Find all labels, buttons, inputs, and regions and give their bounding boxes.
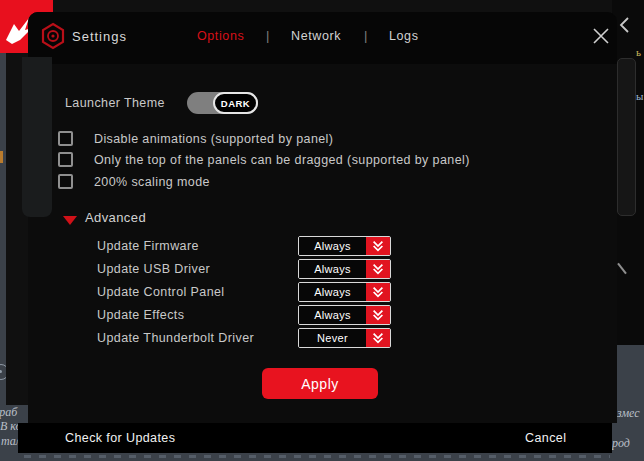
dropdown-value: Always [299,260,366,278]
update-usb-driver-dropdown[interactable]: Always [298,259,391,279]
update-row-label: Update Firmware [97,239,199,253]
update-control-panel-dropdown[interactable]: Always [298,282,391,302]
check-for-updates-button[interactable]: Check for Updates [65,431,175,445]
scrollbar-track[interactable] [617,58,636,216]
settings-dialog: Settings Options | Network | Logs Launch… [28,12,617,423]
bg-text-fragment: змес [617,406,640,421]
tab-separator: | [266,28,269,43]
dropdown-value: Always [299,237,366,255]
update-thunderbolt-driver-dropdown[interactable]: Never [298,328,391,348]
launcher-theme-label: Launcher Theme [65,96,165,110]
tab-network[interactable]: Network [291,29,341,43]
checkbox-label: Only the top of the panels can be dragge… [94,153,470,167]
update-row-label: Update Control Panel [97,285,225,299]
dialog-bottom-bar: Check for Updates Cancel [18,423,612,453]
checkbox-label: 200% scaling mode [94,175,210,189]
update-effects-dropdown[interactable]: Always [298,305,391,325]
tab-separator: | [364,28,367,43]
double-chevron-down-icon [366,283,390,301]
bg-edge-glyph: ы [636,90,643,102]
bg-edge-glyph: ь [636,46,641,58]
advanced-label[interactable]: Advanced [85,210,146,225]
cancel-button[interactable]: Cancel [525,431,566,445]
checkbox-top-drag-only[interactable] [58,152,73,167]
checkbox-200-scaling[interactable] [58,174,73,189]
collapse-left-icon[interactable] [617,15,631,39]
double-chevron-down-icon [366,329,390,347]
bg-orange-marker [0,151,3,163]
theme-toggle-value: DARK [213,92,258,114]
update-row-label: Update USB Driver [97,262,210,276]
tab-logs[interactable]: Logs [389,29,419,43]
dropdown-value: Never [299,329,366,347]
update-row-label: Update Thunderbolt Driver [97,331,254,345]
double-chevron-down-icon [366,306,390,324]
update-firmware-dropdown[interactable]: Always [298,236,391,256]
settings-hexagon-icon [40,22,66,54]
close-icon[interactable] [590,25,614,49]
double-chevron-down-icon [366,237,390,255]
apply-button[interactable]: Apply [262,368,378,399]
checkbox-label: Disable animations (supported by panel) [94,132,333,146]
window-panel-edge [22,57,52,217]
bg-text-fragment: род [612,436,630,451]
dropdown-value: Always [299,283,366,301]
tab-options[interactable]: Options [197,29,244,43]
update-row-label: Update Effects [97,308,184,322]
bg-text-underlines [24,455,610,458]
bg-text-fragment: ераб [0,405,17,420]
double-chevron-down-icon [366,260,390,278]
screen: ераб В ко тал змес род ь ы Settings Opti… [0,0,644,461]
theme-toggle[interactable]: DARK [187,92,258,114]
checkbox-disable-animations[interactable] [58,131,73,146]
advanced-expander-icon[interactable] [63,216,77,225]
dialog-title: Settings [72,29,127,44]
dropdown-value: Always [299,306,366,324]
